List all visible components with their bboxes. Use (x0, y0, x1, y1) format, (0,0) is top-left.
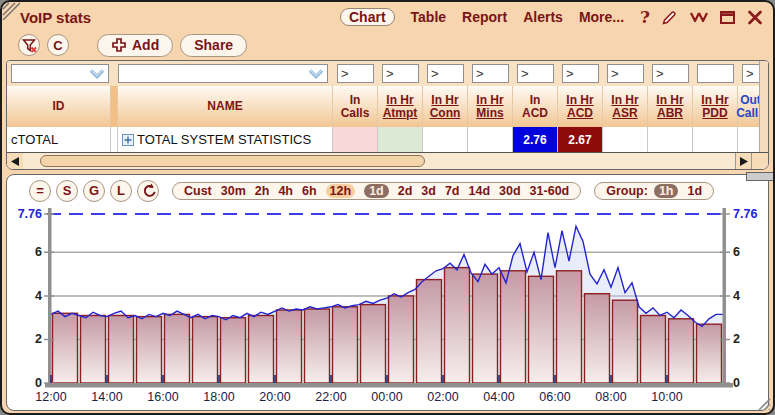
column-header-in-hr-pdd[interactable]: In HrPDD (693, 86, 738, 127)
window-resize-grip-icon[interactable] (755, 395, 771, 411)
scrollbar-corner (751, 153, 768, 169)
range-3d[interactable]: 3d (421, 184, 436, 198)
group-selector: Group: 1h 1d (594, 182, 714, 200)
in-hr-pdd-filter[interactable] (697, 64, 734, 83)
svg-text:10:00: 10:00 (651, 390, 682, 404)
svg-text:4: 4 (35, 289, 42, 303)
in-hr-atmpt-filter[interactable]: > (382, 64, 419, 83)
corner-grip-icon[interactable] (2, 2, 20, 20)
equals-button[interactable]: = (29, 180, 51, 202)
svg-text:2: 2 (733, 332, 740, 346)
metric-cell-in-hr-abr (648, 127, 693, 152)
voip-stats-window: VoIP stats Chart Table Report Alerts Mor… (0, 0, 775, 415)
column-header-in-hr-asr[interactable]: In HrASR (603, 86, 648, 127)
svg-text:04:00: 04:00 (483, 390, 514, 404)
stats-table-panel: > > > > > > > > > ID NAME InCalls In HrA… (6, 60, 769, 170)
range-30d[interactable]: 30d (499, 184, 521, 198)
g-button[interactable]: G (83, 180, 105, 202)
group-1h[interactable]: 1h (654, 184, 679, 198)
edit-pencil-icon[interactable] (661, 9, 678, 26)
main-nav: Chart Table Report Alerts More... (340, 8, 624, 26)
column-header-in-hr-acd[interactable]: In HrACD (558, 86, 603, 127)
column-header-name[interactable]: NAME (118, 86, 333, 127)
in-hr-abr-filter[interactable]: > (652, 64, 689, 83)
range-1d[interactable]: 1d (364, 184, 389, 198)
svg-text:0: 0 (35, 376, 42, 390)
column-header-id[interactable]: ID (7, 86, 111, 127)
add-button[interactable]: Add (97, 34, 173, 57)
column-header-in-hr-mins[interactable]: In HrMins (468, 86, 513, 127)
svg-text:2: 2 (35, 332, 42, 346)
scroll-right-button[interactable] (735, 153, 751, 169)
scroll-track[interactable] (23, 153, 735, 169)
column-header-in-acd[interactable]: InACD (513, 86, 558, 127)
in-calls-filter[interactable]: > (337, 64, 374, 83)
range-2h[interactable]: 2h (255, 184, 270, 198)
metric-cell-in-hr-atmpt (378, 127, 423, 152)
scroll-thumb[interactable] (40, 155, 425, 167)
maximize-window-icon[interactable] (719, 10, 736, 25)
titlebar: VoIP stats Chart Table Report Alerts Mor… (2, 2, 773, 29)
tab-chart[interactable]: Chart (340, 8, 395, 26)
panel-resize-handle[interactable] (746, 172, 773, 181)
column-header-in-hr-atmpt[interactable]: In HrAtmpt (378, 86, 423, 127)
range-14d[interactable]: 14d (469, 184, 491, 198)
toolbar: C Add Share (2, 30, 773, 60)
refresh-circular-arrow-icon (141, 183, 156, 198)
range-6h[interactable]: 6h (302, 184, 317, 198)
svg-text:4: 4 (733, 289, 740, 303)
collapse-double-chevron-icon[interactable] (689, 11, 708, 24)
expand-plus-icon[interactable] (122, 134, 134, 146)
range-7d[interactable]: 7d (445, 184, 460, 198)
row-id-cell: cTOTAL (7, 127, 111, 152)
in-acd-filter[interactable]: > (517, 64, 554, 83)
l-button[interactable]: L (110, 180, 132, 202)
range-12h[interactable]: 12h (326, 184, 356, 198)
column-header-in-hr-abr[interactable]: In HrABR (648, 86, 693, 127)
in-hr-asr-filter[interactable]: > (607, 64, 644, 83)
metric-cell-in-hr-conn (423, 127, 468, 152)
help-icon[interactable]: ? (640, 10, 650, 24)
table-row[interactable]: cTOTAL TOTAL SYSTEM STATISTICS 2.76 2.67 (7, 127, 768, 152)
metric-cell-in-hr-mins (468, 127, 513, 152)
svg-text:16:00: 16:00 (147, 390, 178, 404)
tab-table[interactable]: Table (411, 9, 447, 25)
tab-more[interactable]: More... (579, 9, 624, 25)
column-header-in-hr-conn[interactable]: In HrConn (423, 86, 468, 127)
svg-text:20:00: 20:00 (259, 390, 290, 404)
chart-refresh-button[interactable] (137, 180, 159, 202)
scroll-left-button[interactable] (7, 153, 23, 169)
chart-panel: = S G L Cust 30m 2h 4h 6h 12h 1d 2d 3d 7… (6, 174, 769, 411)
chart-controls: = S G L Cust 30m 2h 4h 6h 12h 1d 2d 3d 7… (7, 175, 768, 202)
in-hr-conn-filter[interactable]: > (427, 64, 464, 83)
range-31-60d[interactable]: 31-60d (530, 184, 570, 198)
tab-alerts[interactable]: Alerts (523, 9, 563, 25)
range-2d[interactable]: 2d (398, 184, 413, 198)
share-button[interactable]: Share (180, 34, 247, 57)
filter-row: > > > > > > > > > (7, 61, 768, 86)
titlebar-icons: ? (640, 9, 763, 26)
svg-text:7.76: 7.76 (733, 207, 757, 221)
column-header-in-calls[interactable]: InCalls (333, 86, 378, 127)
svg-text:06:00: 06:00 (539, 390, 570, 404)
in-hr-mins-filter[interactable]: > (472, 64, 509, 83)
in-hr-acd-filter[interactable]: > (562, 64, 599, 83)
refresh-button[interactable]: C (47, 34, 69, 56)
range-30m[interactable]: 30m (221, 184, 246, 198)
close-x-icon[interactable] (747, 10, 763, 25)
table-horizontal-scrollbar (7, 152, 768, 169)
voip-traffic-chart: 002244667.767.7612:0014:0016:0018:0020:0… (7, 202, 769, 410)
svg-text:02:00: 02:00 (427, 390, 458, 404)
s-button[interactable]: S (56, 180, 78, 202)
funnel-icon (20, 36, 39, 55)
name-filter-dropdown[interactable] (118, 64, 328, 83)
plus-icon (111, 37, 127, 53)
group-1d[interactable]: 1d (687, 184, 702, 198)
id-filter-dropdown[interactable] (11, 64, 109, 83)
range-4h[interactable]: 4h (278, 184, 293, 198)
filter-button[interactable] (18, 34, 40, 56)
left-arrow-icon (11, 157, 19, 166)
table-vertical-scroll-track[interactable] (759, 61, 768, 152)
tab-report[interactable]: Report (462, 9, 507, 25)
range-cust[interactable]: Cust (184, 184, 212, 198)
